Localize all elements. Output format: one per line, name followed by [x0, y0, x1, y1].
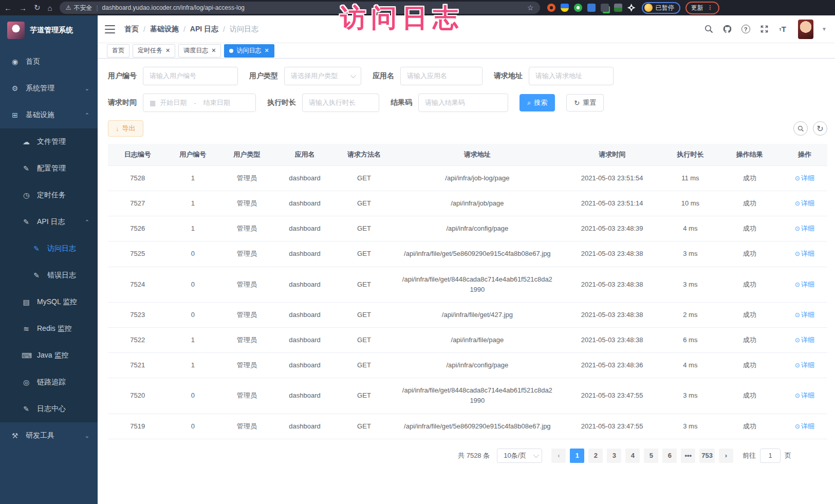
tab-调度日志[interactable]: 调度日志✕ [178, 44, 221, 58]
sidebar-item-4[interactable]: ✎配置管理 [0, 155, 98, 182]
column-header-1: 用户编号 [167, 144, 218, 166]
用户编号-input[interactable]: 请输入用户编号 [143, 67, 238, 85]
log-center-icon: ✎ [22, 405, 31, 413]
extension-icon[interactable] [601, 4, 609, 12]
sidebar-toggle-icon[interactable] [105, 25, 115, 33]
detail-link[interactable]: ⊙详细 [795, 225, 814, 232]
chevron-down-icon[interactable]: ▼ [822, 26, 827, 32]
请求地址-input[interactable]: 请输入请求地址 [529, 67, 614, 85]
cell-user_id: 0 [167, 241, 218, 267]
extension-icon[interactable] [561, 4, 569, 12]
cell-actions: ⊙详细 [782, 353, 827, 378]
extension-icon[interactable] [574, 4, 582, 12]
address-bar[interactable]: ⚠ 不安全 | dashboard.yudao.iocoder.cn/infra… [60, 2, 540, 14]
extension-icon[interactable] [587, 4, 596, 12]
app-logo[interactable]: 芋道管理系统 [0, 15, 98, 48]
help-icon[interactable]: ? [740, 24, 751, 34]
browser-back-icon[interactable]: ← [4, 4, 12, 12]
reset-button[interactable]: ↻重置 [566, 94, 604, 111]
detail-link[interactable]: ⊙详细 [795, 361, 814, 369]
page-button-753[interactable]: 753 [699, 449, 715, 463]
sidebar-item-8[interactable]: ✎错误日志 [0, 262, 98, 289]
sidebar-item-3[interactable]: ☁文件管理 [0, 128, 98, 155]
tab-首页[interactable]: 首页 [107, 44, 129, 58]
page-button-6[interactable]: 6 [662, 449, 677, 463]
browser-home-icon[interactable]: ⌂ [48, 4, 52, 12]
extension-icon[interactable] [614, 4, 622, 12]
detail-link[interactable]: ⊙详细 [795, 199, 814, 207]
结果码-input[interactable]: 请输入结果码 [418, 94, 508, 112]
extension-icon[interactable] [627, 4, 636, 12]
github-icon[interactable] [722, 24, 732, 34]
page-button-2[interactable]: 2 [588, 449, 603, 463]
page-button-5[interactable]: 5 [644, 449, 658, 463]
detail-link[interactable]: ⊙详细 [795, 311, 814, 319]
执行时长-input[interactable]: 请输入执行时长 [302, 94, 379, 112]
more-pages-button[interactable]: ••• [681, 449, 695, 463]
table-row: 75281管理员dashboardGET/api/infra/job-log/p… [108, 166, 827, 191]
sidebar-item-label: 基础设施 [26, 110, 54, 120]
chevron-down-icon: ⌄ [85, 433, 89, 439]
bookmark-star-icon[interactable]: ☆ [527, 4, 534, 12]
sidebar-item-label: 研发工具 [26, 431, 54, 440]
refresh-button[interactable]: ↻ [813, 121, 827, 136]
export-button[interactable]: ↓ 导出 [108, 120, 143, 137]
cell-user_type: 管理员 [218, 302, 275, 327]
jump-page-input[interactable]: 1 [760, 449, 781, 463]
sidebar-item-7[interactable]: ✎访问日志 [0, 235, 98, 262]
font-size-icon[interactable]: тT [777, 24, 788, 34]
detail-link[interactable]: ⊙详细 [795, 250, 814, 257]
detail-link-label: 详细 [801, 199, 814, 207]
tag-label: 访问日志 [236, 46, 261, 55]
sidebar-item-14[interactable]: ⚒研发工具⌄ [0, 422, 98, 449]
page-button-1[interactable]: 1 [570, 449, 584, 463]
job-icon: ◷ [22, 191, 31, 199]
breadcrumb-item[interactable]: 基础设施 [150, 25, 179, 34]
应用名-input[interactable]: 请输入应用名 [400, 67, 483, 85]
sidebar-item-6[interactable]: ✎API 日志⌃ [0, 209, 98, 235]
detail-link[interactable]: ⊙详细 [795, 422, 814, 430]
detail-link[interactable]: ⊙详细 [795, 391, 814, 399]
close-icon[interactable]: ✕ [165, 47, 170, 54]
filter-row-2: 请求时间▦开始日期-结束日期执行时长请输入执行时长结果码请输入结果码⌕搜索↻重置 [108, 94, 827, 112]
close-icon[interactable]: ✕ [211, 47, 216, 54]
close-icon[interactable]: ✕ [264, 47, 269, 54]
sidebar-item-12[interactable]: ◎链路追踪 [0, 369, 98, 396]
sidebar-item-13[interactable]: ✎日志中心 [0, 396, 98, 422]
detail-link[interactable]: ⊙详细 [795, 336, 814, 344]
sidebar-item-10[interactable]: ≋Redis 监控 [0, 315, 98, 342]
extension-icon[interactable] [547, 4, 555, 12]
page-button-4[interactable]: 4 [625, 449, 640, 463]
page-button-3[interactable]: 3 [607, 449, 621, 463]
breadcrumb-item[interactable]: 首页 [124, 25, 139, 34]
sidebar-item-1[interactable]: ⚙系统管理⌄ [0, 75, 98, 102]
search-button[interactable]: ⌕搜索 [519, 94, 555, 111]
browser-reload-icon[interactable]: ↻ [34, 3, 41, 12]
cell-actions: ⊙详细 [782, 414, 827, 439]
prev-page-button[interactable]: ‹ [551, 449, 566, 463]
tab-定时任务[interactable]: 定时任务✕ [133, 44, 175, 58]
toggle-search-button[interactable] [793, 121, 808, 136]
browser-menu-icon[interactable]: ⋮ [707, 4, 714, 11]
sidebar-item-5[interactable]: ◷定时任务 [0, 182, 98, 209]
breadcrumb-item[interactable]: API 日志 [190, 25, 218, 34]
sidebar-item-11[interactable]: ⌨Java 监控 [0, 342, 98, 369]
sidebar-item-9[interactable]: ▤MySQL 监控 [0, 289, 98, 315]
next-page-button[interactable]: › [719, 449, 733, 463]
fullscreen-icon[interactable] [759, 24, 769, 34]
browser-forward-icon[interactable]: → [19, 4, 27, 12]
date-range-picker[interactable]: ▦开始日期-结束日期 [143, 94, 256, 112]
page-size-select[interactable]: 10条/页 [497, 449, 542, 463]
detail-link[interactable]: ⊙详细 [795, 281, 814, 288]
api-log-icon: ✎ [22, 218, 31, 226]
search-icon[interactable] [703, 24, 714, 34]
sidebar-item-0[interactable]: ◉首页 [0, 48, 98, 75]
detail-link[interactable]: ⊙详细 [795, 174, 814, 182]
tab-访问日志[interactable]: 访问日志✕ [224, 44, 274, 58]
cell-duration: 11 ms [663, 166, 717, 191]
browser-update-button[interactable]: 更新 ⋮ [685, 2, 719, 14]
sidebar-item-2[interactable]: ⊞基础设施⌃ [0, 102, 98, 128]
用户类型-select[interactable]: 请选择用户类型 [284, 67, 361, 85]
user-avatar[interactable] [798, 20, 813, 39]
profile-paused-badge[interactable]: 已暂停 [642, 2, 680, 14]
